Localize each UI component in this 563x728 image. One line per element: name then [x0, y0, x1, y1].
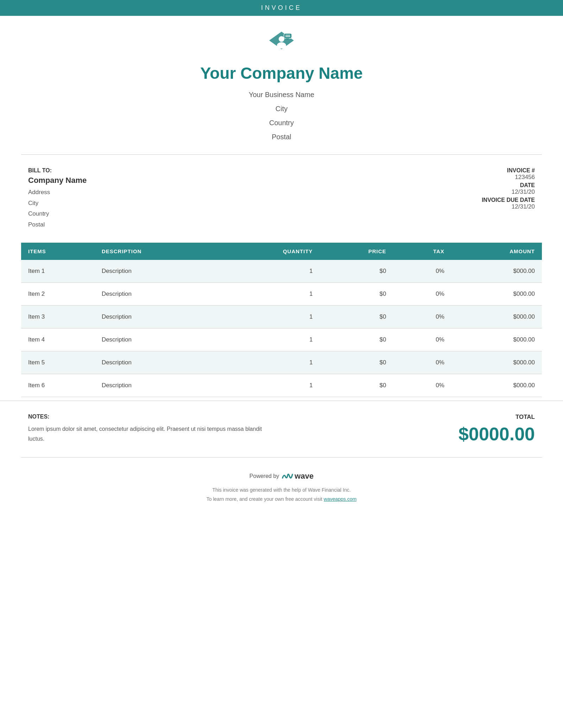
item-description: Description: [95, 283, 219, 306]
wave-brand: wave: [295, 472, 314, 481]
item-quantity: 1: [219, 306, 320, 328]
item-price: $0: [320, 374, 393, 397]
item-quantity: 1: [219, 351, 320, 374]
footer: Powered by wave This invoice was generat…: [0, 458, 563, 514]
item-tax: 0%: [393, 328, 451, 351]
item-quantity: 1: [219, 260, 320, 283]
company-business-name: Your Business Name: [249, 91, 314, 98]
company-country: Country: [269, 119, 294, 127]
item-name: Item 5: [21, 351, 95, 374]
svg-point-1: [279, 36, 284, 42]
col-price: PRICE: [320, 243, 393, 260]
invoice-date: 12/31/20: [482, 189, 535, 196]
bill-to-label: BILL TO:: [28, 167, 87, 174]
invoice-header-banner: INVOICE: [0, 0, 563, 16]
item-price: $0: [320, 306, 393, 328]
notes-block: NOTES: Lorem ipsum dolor sit amet, conse…: [28, 414, 274, 443]
item-description: Description: [95, 374, 219, 397]
bill-country: Country: [28, 209, 87, 219]
total-block: TOTAL $0000.00: [458, 414, 535, 445]
billing-section: BILL TO: Company Name Address City Count…: [0, 155, 563, 243]
item-tax: 0%: [393, 283, 451, 306]
bill-city: City: [28, 198, 87, 209]
footer-note-line1: This invoice was generated with the help…: [0, 486, 563, 494]
invoice-number: 123456: [482, 174, 535, 181]
footer-wave-link[interactable]: waveapps.com: [324, 496, 356, 502]
notes-text: Lorem ipsum dolor sit amet, consectetur …: [28, 424, 274, 443]
item-amount: $000.00: [451, 306, 542, 328]
col-quantity: QUANTITY: [219, 243, 320, 260]
bill-company-name: Company Name: [28, 176, 87, 185]
table-row: Item 2 Description 1 $0 0% $000.00: [21, 283, 542, 306]
table-row: Item 5 Description 1 $0 0% $000.00: [21, 351, 542, 374]
table-row: Item 6 Description 1 $0 0% $000.00: [21, 374, 542, 397]
footer-note-line2: To learn more, and create your own free …: [0, 495, 563, 504]
item-tax: 0%: [393, 374, 451, 397]
total-amount: $0000.00: [458, 423, 535, 445]
item-name: Item 3: [21, 306, 95, 328]
table-header-row: ITEMS DESCRIPTION QUANTITY PRICE TAX AMO…: [21, 243, 542, 260]
col-description: DESCRIPTION: [95, 243, 219, 260]
invoice-table: ITEMS DESCRIPTION QUANTITY PRICE TAX AMO…: [21, 243, 542, 397]
due-date-label: INVOICE DUE DATE: [482, 197, 535, 203]
svg-point-2: [277, 42, 286, 49]
item-amount: $000.00: [451, 351, 542, 374]
powered-by: Powered by wave: [0, 472, 563, 481]
invoice-info-block: INVOICE # 123456 DATE 12/31/20 INVOICE D…: [482, 167, 535, 230]
col-tax: TAX: [393, 243, 451, 260]
item-description: Description: [95, 260, 219, 283]
item-description: Description: [95, 306, 219, 328]
company-details: Your Business Name City Country Postal: [0, 88, 563, 144]
total-label: TOTAL: [458, 414, 535, 421]
footer-note: This invoice was generated with the help…: [0, 486, 563, 503]
item-description: Description: [95, 328, 219, 351]
company-city: City: [276, 105, 287, 113]
company-postal: Postal: [272, 133, 291, 141]
item-quantity: 1: [219, 328, 320, 351]
col-items: ITEMS: [21, 243, 95, 260]
item-amount: $000.00: [451, 374, 542, 397]
item-name: Item 1: [21, 260, 95, 283]
date-label: DATE: [482, 182, 535, 189]
item-amount: $000.00: [451, 283, 542, 306]
company-name: Your Company Name: [0, 64, 563, 83]
item-name: Item 4: [21, 328, 95, 351]
bill-address: Address: [28, 187, 87, 198]
company-logo: [266, 30, 297, 59]
item-quantity: 1: [219, 374, 320, 397]
bill-to-block: BILL TO: Company Name Address City Count…: [28, 167, 87, 230]
svg-rect-3: [284, 33, 292, 38]
item-tax: 0%: [393, 260, 451, 283]
invoice-number-label: INVOICE #: [482, 167, 535, 174]
item-name: Item 2: [21, 283, 95, 306]
item-price: $0: [320, 328, 393, 351]
item-quantity: 1: [219, 283, 320, 306]
bill-postal: Postal: [28, 219, 87, 230]
item-tax: 0%: [393, 306, 451, 328]
item-name: Item 6: [21, 374, 95, 397]
item-tax: 0%: [393, 351, 451, 374]
item-amount: $000.00: [451, 260, 542, 283]
company-section: Your Company Name Your Business Name Cit…: [0, 16, 563, 154]
powered-by-text: Powered by: [249, 473, 279, 479]
table-row: Item 1 Description 1 $0 0% $000.00: [21, 260, 542, 283]
item-amount: $000.00: [451, 328, 542, 351]
table-row: Item 3 Description 1 $0 0% $000.00: [21, 306, 542, 328]
item-description: Description: [95, 351, 219, 374]
table-row: Item 4 Description 1 $0 0% $000.00: [21, 328, 542, 351]
col-amount: AMOUNT: [451, 243, 542, 260]
item-price: $0: [320, 351, 393, 374]
wave-logo: wave: [282, 472, 314, 481]
invoice-title: INVOICE: [261, 4, 302, 11]
invoice-due-date: 12/31/20: [482, 203, 535, 210]
notes-label: NOTES:: [28, 414, 274, 420]
item-price: $0: [320, 283, 393, 306]
item-price: $0: [320, 260, 393, 283]
notes-total-section: NOTES: Lorem ipsum dolor sit amet, conse…: [0, 401, 563, 457]
